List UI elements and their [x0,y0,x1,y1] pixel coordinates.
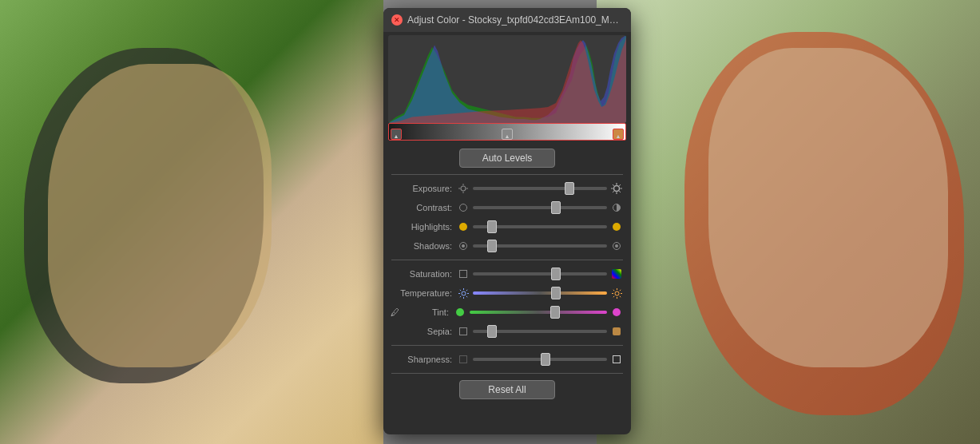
svg-line-32 [613,295,613,296]
svg-line-21 [466,295,466,296]
background-left [0,0,383,444]
saturation-thumb[interactable] [551,268,561,280]
svg-point-24 [615,291,619,295]
levels-handle-white[interactable] [613,129,624,140]
shadows-label: Shadows: [391,241,457,251]
highlights-track[interactable] [473,225,607,228]
contrast-label: Contrast: [391,203,457,212]
levels-handle-mid[interactable] [502,129,513,140]
highlights-row: Highlights: [391,218,623,236]
divider-3 [391,345,623,346]
sepia-left-icon [457,325,470,338]
highlights-left-icon [457,220,470,233]
tint-eyedropper-icon[interactable]: 🖊 [388,306,401,319]
tint-thumb[interactable] [550,306,560,319]
contrast-low-icon [459,204,467,212]
sharpness-left-icon [457,353,470,366]
adjust-color-panel: ✕ Adjust Color - Stocksy_txpfd042cd3EAm1… [383,8,631,434]
svg-point-5 [614,186,620,192]
shadows-left-icon [457,240,470,252]
saturation-label: Saturation: [391,269,457,279]
highlights-right-icon [610,220,623,233]
divider-2 [391,260,623,260]
reset-all-button[interactable]: Reset All [459,380,555,399]
shadows-row: Shadows: [391,237,623,255]
svg-line-22 [466,289,466,290]
highlights-thumb[interactable] [487,220,497,233]
svg-line-23 [459,295,460,296]
close-icon: ✕ [394,16,400,24]
tint-green-icon [456,308,464,316]
shadows-thumb[interactable] [487,240,497,252]
sepia-row: Sepia: [391,323,623,340]
svg-line-29 [613,289,613,290]
tint-label: Tint: [401,307,454,317]
sharpness-label: Sharpness: [391,355,457,364]
exposure-thumb[interactable] [565,182,574,195]
highlights-low-icon [459,223,467,231]
sharpness-track[interactable] [473,358,607,361]
histogram [388,35,626,123]
temperature-row: Temperature: [391,284,623,302]
exposure-label: Exposure: [391,184,457,193]
shadows-high-icon [613,242,621,250]
contrast-track[interactable] [473,206,607,209]
histogram-chart [388,35,626,123]
temperature-left-icon [457,287,470,299]
svg-line-11 [619,191,621,192]
svg-line-31 [619,289,620,290]
sepia-high-icon [613,327,621,335]
tint-right-icon [610,306,623,319]
exposure-track[interactable] [473,187,607,190]
svg-point-0 [461,186,466,191]
saturation-track[interactable] [473,272,607,276]
saturation-left-icon [457,268,470,280]
title-bar: ✕ Adjust Color - Stocksy_txpfd042cd3EAm1… [383,8,631,32]
temperature-thumb[interactable] [551,287,561,299]
temperature-track[interactable] [473,291,607,295]
svg-line-13 [613,191,614,192]
sepia-right-icon [610,325,623,338]
tint-left-icon [454,306,466,319]
exposure-right-icon [610,182,623,195]
contrast-row: Contrast: [391,199,623,216]
contrast-left-icon [457,201,470,214]
sharpness-high-icon [613,355,621,363]
shadows-low-icon [459,242,467,250]
saturation-row: Saturation: [391,265,623,283]
saturation-low-icon [459,270,467,278]
close-button[interactable]: ✕ [391,14,403,26]
levels-strip[interactable] [388,123,626,141]
saturation-high-icon [612,269,621,279]
auto-levels-button[interactable]: Auto Levels [459,149,555,168]
svg-line-10 [613,184,614,186]
divider-1 [391,174,623,175]
highlights-high-icon [613,223,621,231]
controls-content: Auto Levels Exposure: Contrast: [383,141,631,404]
tint-pink-icon [613,308,621,316]
contrast-thumb[interactable] [551,201,561,214]
sepia-thumb[interactable] [487,325,497,338]
background-right [597,0,980,444]
sharpness-row: Sharpness: [391,351,623,368]
levels-handle-black[interactable] [391,129,402,140]
svg-line-30 [619,295,620,296]
sharpness-right-icon [610,353,623,366]
divider-4 [391,373,623,374]
sepia-track[interactable] [473,330,607,333]
exposure-left-icon [457,182,470,195]
tint-row: 🖊 Tint: [391,303,623,321]
shadows-right-icon [610,240,623,252]
sharpness-thumb[interactable] [541,353,550,366]
highlights-label: Highlights: [391,222,457,232]
sepia-label: Sepia: [391,327,457,336]
svg-line-12 [619,184,621,186]
temperature-right-icon [610,287,623,299]
temperature-label: Temperature: [391,288,457,298]
saturation-right-icon [610,268,623,280]
exposure-row: Exposure: [391,180,623,197]
tint-track[interactable] [470,311,607,314]
panel-title: Adjust Color - Stocksy_txpfd042cd3EAm100… [407,14,623,26]
shadows-track[interactable] [473,244,607,248]
sepia-low-icon [459,327,467,335]
